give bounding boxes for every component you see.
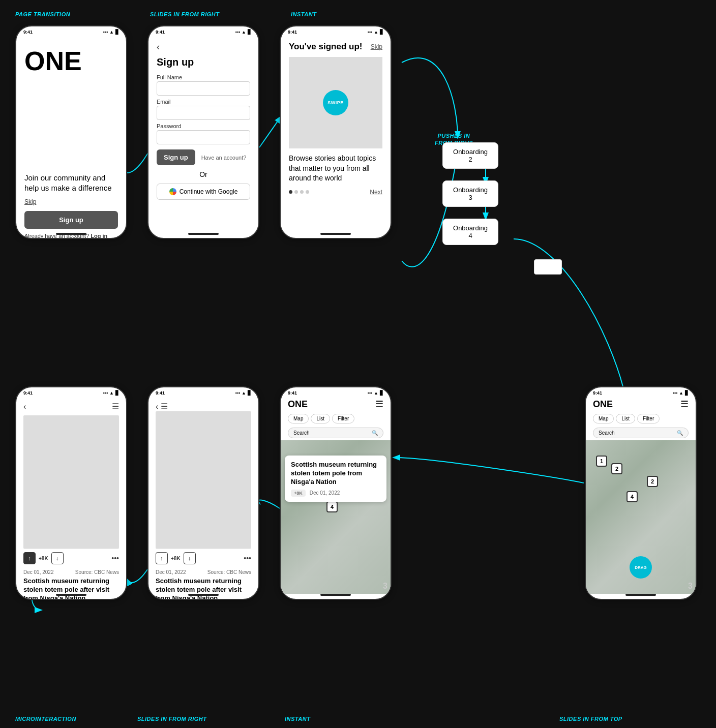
downvote-button-5[interactable]: ↓ [51,552,64,564]
app-title-8: ONE [593,399,613,410]
hamburger-7[interactable]: ☰ [375,399,383,410]
map-badge-4-8[interactable]: 4 [626,491,638,502]
article-date-5: Dec 01, 2022 [23,569,54,575]
onboarding-box-3: Onboarding 3 [442,180,498,207]
hamburger-icon-6[interactable]: ☰ [161,402,168,411]
fullname-label: Full Name [157,74,250,80]
label-instant2: INSTANT [285,716,310,722]
tab-list-7[interactable]: List [311,414,330,423]
onboarding-box-4: Onboarding 4 [442,219,498,245]
email-input[interactable] [157,106,250,120]
tab-filter-7[interactable]: Filter [332,414,354,423]
skip-link[interactable]: Skip [24,198,36,205]
phone-map-popup: 9:41 ▪▪▪▲▊ ONE ☰ Map List Filter Search … [280,386,392,600]
more-options-6[interactable]: ••• [244,554,251,562]
label-microinteraction: MICROINTERACTION [15,716,76,722]
upvote-button-6[interactable]: ↑ [156,552,168,564]
signup-submit-button[interactable]: Sign up [157,149,195,165]
status-icons-3: ▪▪▪▲▊ [368,29,384,35]
map-number-3: 3 [383,582,387,591]
search-bar-8[interactable]: Search 🔍 [593,428,689,438]
upvote-count-5: +8K [39,556,48,561]
dot-4 [306,190,309,194]
article-date-6: Dec 01, 2022 [156,569,186,575]
label-slides-in-right: SLIDES IN FROM RIGHT [150,11,220,17]
status-time-6: 9:41 [156,390,165,396]
phone-article-microinteraction: 9:41 ▪▪▪▲▊ ‹ ☰ ↑ +8K ↓ ••• Dec 01, 2022 … [15,386,127,600]
search-icon-7: 🔍 [372,430,378,436]
signed-up-title: You've signed up! [289,42,362,52]
article-title-6: Scottish museum returning stolen totem p… [156,577,251,600]
status-time: 9:41 [23,29,33,35]
map-bg-8: 1 2 2 4 DRAG 3 [586,440,696,594]
upvote-button-5[interactable]: ↑ [23,552,36,564]
tab-map-7[interactable]: Map [288,414,309,423]
wireframe-image: SWIPE [289,57,382,148]
tagline-text: Join our community and help us make a di… [24,173,118,193]
hamburger-8[interactable]: ☰ [680,399,689,410]
status-time-3: 9:41 [288,29,297,35]
map-area-8: 1 2 2 4 DRAG 3 [586,440,696,594]
back-button[interactable]: ‹ [157,42,250,52]
phone-splash: 9:41 ▪▪▪▲▊ ONE Join our community and he… [15,25,127,239]
phone-article-slide: 9:41 ▪▪▪▲▊ ‹ ☰ ↑ +8K ↓ ••• Dec 01, 2022 … [147,386,259,600]
onboarding-body-text: Browse stories about topics that matter … [289,154,382,184]
home-indicator-7 [320,594,351,596]
map-badge-4[interactable]: 4 [326,501,338,512]
map-area-7: 1 2 2 4 3 Scottish museum returning stol… [281,440,391,594]
map-badge-1-8[interactable]: 1 [596,456,607,467]
search-icon-8: 🔍 [677,430,683,436]
google-btn-label: Continue with Google [180,188,238,195]
next-link[interactable]: Next [370,189,382,196]
app-title-splash: ONE [24,48,118,74]
home-indicator-5 [56,594,86,596]
phone-signed-up: 9:41 ▪▪▪▲▊ You've signed up! Skip SWIPE … [280,25,392,239]
search-placeholder-8: Search [599,430,615,436]
home-indicator-2 [188,233,219,235]
signup-button[interactable]: Sign up [24,211,118,229]
back-icon-6[interactable]: ‹ [156,402,158,411]
dot-3 [300,190,304,194]
label-page-transition: PAGE TRANSITION [15,11,70,17]
status-icons-5: ▪▪▪▲▊ [103,390,120,396]
hamburger-icon-5[interactable]: ☰ [112,402,119,411]
upvote-count-6: +8K [171,556,181,561]
status-time-5: 9:41 [23,390,33,396]
status-icons-6: ▪▪▪▲▊ [235,390,252,396]
popup-date: Dec 01, 2022 [310,490,340,496]
swipe-circle[interactable]: SWIPE [323,90,348,115]
small-reference-box [534,259,562,275]
phone-signup: 9:41 ▪▪▪▲▊ ‹ Sign up Full Name Email Pas… [147,25,259,239]
back-icon-5[interactable]: ‹ [23,402,26,411]
or-divider: Or [157,170,250,178]
tab-list-8[interactable]: List [616,414,635,423]
article-source-6: Source: CBC News [207,569,251,575]
login-link[interactable]: Log in [91,233,107,239]
onboarding-box-2: Onboarding 2 [442,142,498,169]
password-input[interactable] [157,130,250,144]
have-account-text: Have an account? [201,155,247,161]
popup-title: Scottish museum returning stolen totem p… [291,461,380,487]
label-slides-in-right2: SLIDES IN FROM RIGHT [137,716,207,722]
google-signin-button[interactable]: Continue with Google [157,184,250,200]
pagination-dots [289,190,309,194]
drag-circle[interactable]: DRAG [630,556,652,579]
status-time-8: 9:41 [593,390,602,396]
search-placeholder-7: Search [293,430,310,436]
tab-filter-8[interactable]: Filter [637,414,660,423]
fullname-input[interactable] [157,81,250,96]
downvote-button-6[interactable]: ↓ [184,552,196,564]
map-badge-2a-8[interactable]: 2 [611,463,622,474]
more-options-5[interactable]: ••• [111,554,119,562]
onboarding-skip[interactable]: Skip [371,43,382,50]
map-badge-2b-8[interactable]: 2 [647,476,658,487]
status-icons-2: ▪▪▪▲▊ [235,29,252,35]
map-popup-card[interactable]: Scottish museum returning stolen totem p… [285,456,386,502]
label-instant: INSTANT [291,11,316,17]
search-bar-7[interactable]: Search 🔍 [288,428,383,438]
home-indicator-8 [625,594,656,596]
signup-heading: Sign up [157,56,250,68]
article-image-6 [156,411,251,549]
email-label: Email [157,99,250,105]
tab-map-8[interactable]: Map [593,414,614,423]
